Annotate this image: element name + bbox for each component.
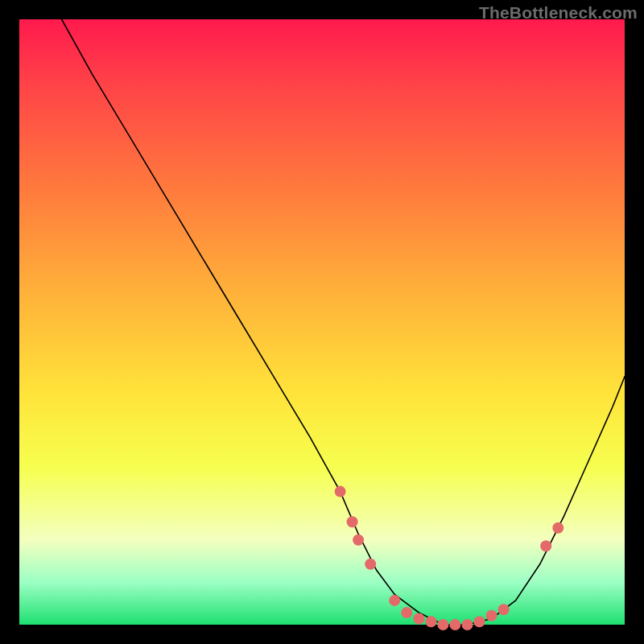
marker-e xyxy=(389,595,400,606)
marker-o xyxy=(540,540,551,551)
marker-c xyxy=(353,535,364,546)
marker-k xyxy=(462,619,473,630)
marker-d xyxy=(365,559,376,570)
marker-a xyxy=(335,486,346,497)
marker-p xyxy=(552,522,564,534)
marker-i xyxy=(437,619,448,630)
marker-g xyxy=(413,613,424,625)
plot-svg xyxy=(19,19,625,625)
marker-m xyxy=(486,610,497,621)
marker-f xyxy=(401,607,412,618)
marker-l xyxy=(474,616,485,627)
marker-j xyxy=(449,619,460,630)
marker-h xyxy=(425,616,436,627)
marker-b xyxy=(347,516,358,527)
marker-group xyxy=(335,486,564,630)
plot-area xyxy=(19,19,625,625)
chart-stage: TheBottleneck.com xyxy=(0,0,644,644)
marker-n xyxy=(498,604,510,615)
bottleneck-curve xyxy=(62,19,625,625)
